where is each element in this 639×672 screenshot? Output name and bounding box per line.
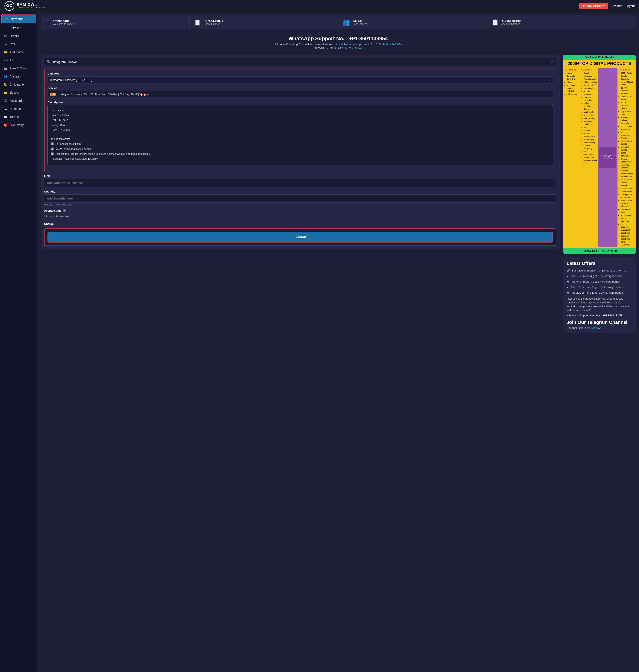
app-body: 🛒 New order ☰ Services ◻ Orders ∞ Refill…	[0, 12, 639, 672]
order-area: 🔍 ✕ Category Instagram Followers [ UPDAT…	[41, 55, 636, 333]
submit-button[interactable]: Submit	[47, 232, 553, 242]
promo-package-item: You can get almost everythin	[621, 214, 634, 223]
sidebar-item-refill[interactable]: ∞ Refill	[0, 40, 37, 48]
offer-emoji-1: 🚀	[566, 269, 570, 272]
promo-packages-list: 2000+ Reels Bundle Complete Money Making…	[619, 72, 634, 246]
offer-text-4: Add 10k or more & get 7.5% straight bonu…	[571, 286, 624, 289]
support-telegram-label: Telegram Channel Link :	[315, 46, 344, 49]
promo-package-item: Many more	[621, 244, 634, 246]
service-row: 149 Instagram Followers | Max 1M | Non D…	[47, 91, 553, 98]
quantity-input[interactable]	[44, 194, 556, 203]
promo-package-item: All software is pre activated	[621, 187, 634, 193]
stat-panel-orders-name: 636045	[353, 19, 367, 22]
stat-panel-orders: 👥 636045 Panel orders	[338, 15, 487, 29]
promo-package-item: Many More Bonuses Included	[621, 164, 634, 173]
promo-bundle-image: THE COMPLETE BUNDLE	[598, 68, 618, 247]
support-whatsapp-link[interactable]: https://chat.whatsapp.com/H15b10x93nMAcU…	[334, 43, 402, 46]
sidebar-item-orders[interactable]: ◻ Orders	[0, 32, 37, 40]
description-label: Description	[47, 101, 553, 104]
promo-course-item: App development	[583, 150, 597, 156]
sidebar-item-tutorial[interactable]: 📖 Tutorial	[0, 113, 37, 121]
promo-courses-col: COURSES:- Digital Marketing Facebook Ads…	[581, 68, 597, 247]
telegram-title: Join Our Telegram Channel	[566, 320, 632, 325]
promo-packages-col: PACKAGES:- 2000+ Reels Bundle Complete M…	[619, 68, 634, 247]
offer-text-3: Add 5k or more & get 5% straight bonus,	[571, 280, 621, 283]
link-label: Link	[44, 174, 556, 178]
clear-search-button[interactable]: ✕	[551, 60, 554, 64]
whatsapp-support-label: Whatsapp Support Number :	[566, 314, 602, 317]
balance-button[interactable]: ₹19465.80109 ▼	[579, 3, 608, 9]
search-bar: 🔍 ✕	[44, 58, 556, 66]
sidebar-item-updates[interactable]: ☁ Updates	[0, 105, 37, 113]
logo-icon	[4, 1, 15, 11]
stat-spent-desc: Spent balance	[204, 22, 223, 26]
offers-title: Latest Offers	[566, 261, 632, 266]
sidebar-item-new-order[interactable]: 🛒 New order	[1, 15, 36, 23]
sidebar-item-child-panel[interactable]: 🔱 Child panel	[0, 80, 37, 89]
promo-course-item: Python Machine Course	[583, 102, 597, 111]
promo-package-item: New Contents are added dail	[621, 173, 634, 178]
sidebar-item-mass-order[interactable]: ☰ Mass order	[0, 97, 37, 105]
sidebar-item-services[interactable]: ☰ Services	[0, 24, 37, 32]
search-icon: 🔍	[47, 60, 51, 64]
desc-line-10: Reference: https://prnt.sc/7CK5NKXutjBV	[51, 157, 550, 161]
promo-software-header: SOFTWARE:-	[564, 68, 580, 71]
promo-package-item: All Topics are Covered Nothing	[621, 178, 634, 187]
service-badge: 149	[50, 93, 56, 96]
offer-emoji-2: ★	[566, 274, 569, 278]
promo-course-item: Game Development	[583, 132, 597, 138]
offers-section: Latest Offers 🚀 Start adding money & enj…	[563, 257, 636, 333]
sidebar-label-new-order: New order	[11, 17, 25, 21]
sidebar-item-free-ai-tools[interactable]: 🤖 Free AI Tools	[0, 64, 37, 73]
category-label: Category	[47, 72, 553, 75]
sidebar-label-add-funds: Add funds	[10, 50, 23, 54]
stat-spent: 📋 ₹47454.19891 Spent balance	[190, 15, 339, 29]
promo-software-item: Filmora	[566, 81, 580, 84]
offer-text-5: Add 20k or more & get 10% straight bonus…	[571, 291, 624, 294]
link-section: Link	[44, 174, 556, 187]
sidebar-item-add-funds[interactable]: 💳 Add funds	[0, 48, 37, 56]
promo-package-item: App Source Codes	[621, 110, 634, 116]
support-telegram-link[interactable]: t.me/smmowl	[345, 46, 362, 49]
orders-icon: ◻	[4, 34, 7, 38]
promo-course-item: Forex Trading	[583, 117, 597, 120]
offer-text-2: Add 1k or more & get 2.5% straight bonus…	[571, 274, 623, 278]
add-funds-icon: 💳	[4, 50, 7, 54]
desc-line-5: Drop: 0-5% Drop	[51, 128, 550, 132]
username-icon: ☰	[45, 19, 50, 26]
sidebar-item-give-away[interactable]: 🎁 Give Away	[0, 121, 37, 129]
logout-link[interactable]: Logout	[626, 4, 635, 8]
sidebar-label-affiliates: Affiliates	[10, 75, 21, 78]
telegram-section: Join Our Telegram Channel Channel Link :…	[566, 320, 632, 330]
promo-course-item: Google ADsense	[583, 90, 597, 96]
sidebar-label-child-panel: Child panel	[10, 83, 25, 86]
services-icon: ☰	[4, 26, 7, 30]
svg-point-0	[5, 1, 14, 11]
whatsapp-support: Whatsapp Support Number : +91 8601133954	[566, 314, 632, 317]
link-input[interactable]	[44, 179, 556, 187]
search-input[interactable]	[52, 60, 549, 64]
sidebar-item-affiliates[interactable]: 👥 Affiliates	[0, 73, 37, 80]
sidebar-item-tickets[interactable]: 🎫 Tickets	[0, 89, 37, 97]
avg-time-label-text: Average time	[44, 209, 61, 212]
sidebar-label-tutorial: Tutorial	[10, 115, 19, 118]
sidebar-item-api[interactable]: </> API	[0, 56, 37, 64]
category-select[interactable]: Instagram Followers [ UPDATED ]	[47, 77, 553, 83]
min-max-info: Min: 100 – Max: 5 000 000	[44, 203, 556, 206]
promo-package-item: Boost your Business	[621, 232, 634, 237]
telegram-link-url[interactable]: t.me/smmowl	[585, 326, 602, 330]
promo-software-item: Corel Draw	[566, 78, 580, 81]
avg-time-section: Average time i 31 hours 18 minutes	[44, 209, 556, 219]
promo-course-item: Facebook Ads	[583, 78, 597, 81]
promo-package-item: 10000+ Templates	[621, 152, 634, 158]
support-whatsapp-line: Join our WhatsApp Channel for Latest Upd…	[41, 43, 636, 46]
refill-icon: ∞	[4, 42, 7, 46]
balance-amount: ₹19465.80109	[582, 4, 602, 8]
sidebar-label-api: API	[10, 59, 15, 62]
promo-software-item: Adobe Complete	[566, 72, 580, 78]
stat-account-balance-name: ₹19465.80109	[501, 19, 521, 22]
promo-software-item: 100+ others	[566, 93, 580, 96]
sidebar-label-tickets: Tickets	[10, 91, 19, 94]
account-link[interactable]: Account	[611, 4, 622, 8]
submit-area: Submit	[44, 228, 556, 246]
